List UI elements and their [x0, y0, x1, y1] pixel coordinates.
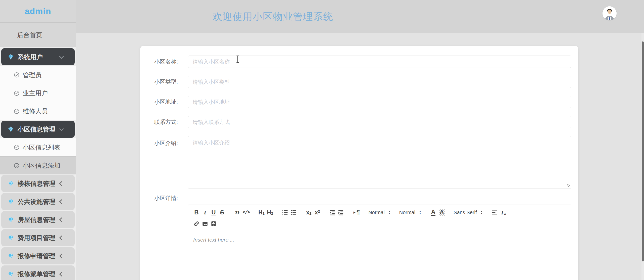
outdent-button[interactable] — [328, 208, 337, 216]
sidebar-item-owner-user[interactable]: 业主用户 — [0, 84, 76, 102]
diamond-icon — [8, 180, 14, 187]
home-label: 后台首页 — [17, 31, 42, 39]
estate-type-input[interactable] — [188, 76, 571, 88]
diamond-icon — [8, 198, 14, 205]
chevron-down-icon — [59, 54, 64, 59]
field-label-contact: 联系方式: — [140, 116, 188, 128]
circle-check-icon — [14, 144, 20, 150]
circle-check-icon — [14, 108, 20, 114]
outdent-icon — [329, 209, 336, 216]
sidebar-group-public-facility[interactable]: 公共设施管理 — [0, 193, 76, 211]
list-bullet-icon — [290, 209, 297, 216]
subscript-button[interactable]: x2 — [304, 208, 313, 216]
sidebar-item-home[interactable]: 后台首页 — [0, 23, 76, 47]
brand-admin: admin — [0, 0, 76, 23]
header-1-button[interactable]: H1 — [257, 208, 266, 216]
select-arrows-icon — [480, 210, 483, 214]
sidebar-item-maintenance-staff[interactable]: 维修人员 — [0, 102, 76, 120]
chevron-left-icon — [59, 272, 64, 276]
sidebar-group-house-info[interactable]: 房屋信息管理 — [0, 211, 76, 229]
list-ordered-button[interactable] — [281, 208, 289, 216]
editor-content[interactable]: Insert text here ... — [188, 231, 571, 280]
form-row: 小区类型: — [140, 76, 578, 88]
form-card: 小区名称: 小区类型: 小区地址: 联系方式: 小区介绍: — [140, 46, 578, 280]
main-content: 小区名称: 小区类型: 小区地址: 联系方式: 小区介绍: — [76, 33, 644, 280]
header-2-button[interactable]: H2 — [266, 208, 274, 216]
list-bullet-button[interactable] — [289, 208, 298, 216]
text-direction-button[interactable]: ¶ — [352, 208, 361, 216]
sidebar-group-repair-request[interactable]: 报修申请管理 — [0, 247, 76, 265]
circle-check-icon — [14, 90, 20, 96]
text-color-button[interactable]: A — [429, 208, 437, 216]
group-label: 小区信息管理 — [18, 125, 55, 133]
align-button[interactable] — [490, 208, 499, 216]
editor-toolbar: B I U S ” </> H1 H2 — [188, 205, 571, 231]
align-icon — [491, 209, 498, 216]
select-arrows-icon — [388, 210, 391, 214]
code-block-button[interactable]: </> — [242, 208, 251, 216]
form-row: 联系方式: — [140, 116, 578, 128]
form-row: 小区详情: B I U S ” </ — [140, 205, 578, 280]
video-icon — [210, 220, 217, 227]
chevron-left-icon — [59, 181, 64, 186]
sidebar-group-fee-project[interactable]: 费用项目管理 — [0, 229, 76, 247]
sidebar-item-estate-add[interactable]: 小区信息添加 — [0, 156, 76, 174]
superscript-button[interactable]: x2 — [313, 208, 321, 216]
list-ordered-icon — [282, 209, 288, 216]
blockquote-button[interactable]: ” — [233, 208, 242, 216]
diamond-icon — [8, 216, 14, 223]
field-label-estate-detail: 小区详情: — [140, 195, 188, 277]
field-label-estate-intro: 小区介绍: — [140, 136, 188, 189]
contact-input[interactable] — [188, 116, 571, 128]
circle-check-icon — [14, 72, 20, 78]
group-label: 系统用户 — [18, 53, 43, 61]
chevron-down-icon — [59, 126, 64, 131]
underline-button[interactable]: U — [209, 208, 218, 216]
font-select[interactable]: Sans Serif — [453, 208, 484, 216]
insert-image-button[interactable] — [201, 220, 209, 228]
sidebar-item-admin[interactable]: 管理员 — [0, 66, 76, 84]
estate-intro-textarea[interactable] — [188, 136, 571, 189]
page-title: 欢迎使用小区物业管理系统 — [213, 10, 333, 23]
sidebar-group-building-info[interactable]: 楼栋信息管理 — [0, 174, 76, 193]
chevron-left-icon — [59, 236, 64, 240]
indent-icon — [338, 209, 344, 216]
insert-video-button[interactable] — [209, 220, 218, 228]
strikethrough-button[interactable]: S — [218, 208, 226, 216]
sidebar-menu: 系统用户 管理员 业主用户 维修人员 — [0, 48, 76, 280]
sidebar: admin 后台首页 系统用户 管理员 业主用户 — [0, 0, 76, 280]
italic-button[interactable]: I — [201, 208, 209, 216]
top-header: 欢迎使用小区物业管理系统 — [76, 0, 644, 33]
form-row: 小区名称: — [140, 56, 578, 68]
chevron-left-icon — [59, 217, 64, 222]
sidebar-item-estate-list[interactable]: 小区信息列表 — [0, 138, 76, 156]
link-icon — [193, 220, 200, 227]
scrollbar-thumb[interactable] — [642, 41, 644, 261]
diamond-icon — [8, 126, 14, 132]
field-label-estate-name: 小区名称: — [140, 56, 188, 68]
form-row: 小区地址: — [140, 96, 578, 108]
chevron-left-icon — [59, 199, 64, 204]
indent-button[interactable] — [337, 208, 345, 216]
avatar[interactable] — [602, 6, 617, 20]
clean-format-button[interactable]: Tx — [499, 208, 507, 216]
form-row: 小区介绍: — [140, 136, 578, 189]
field-label-estate-type: 小区类型: — [140, 76, 188, 88]
avatar-image — [602, 6, 617, 20]
estate-address-input[interactable] — [188, 96, 571, 108]
sidebar-group-system-user[interactable]: 系统用户 — [0, 48, 76, 66]
diamond-icon — [8, 271, 14, 277]
bold-button[interactable]: B — [192, 208, 201, 216]
size-select[interactable]: Normal — [367, 208, 391, 216]
diamond-icon — [8, 54, 14, 60]
editor-placeholder: Insert text here ... — [193, 237, 566, 243]
sidebar-group-repair-dispatch[interactable]: 报修派单管理 — [0, 265, 76, 280]
chevron-left-icon — [59, 254, 64, 258]
estate-name-input[interactable] — [188, 56, 571, 68]
sidebar-group-estate-info[interactable]: 小区信息管理 — [0, 120, 76, 138]
background-color-button[interactable]: A — [437, 208, 446, 216]
insert-link-button[interactable] — [192, 220, 201, 228]
diamond-icon — [8, 235, 14, 241]
rich-text-editor: B I U S ” </> H1 H2 — [188, 205, 571, 280]
heading-select[interactable]: Normal — [398, 208, 422, 216]
